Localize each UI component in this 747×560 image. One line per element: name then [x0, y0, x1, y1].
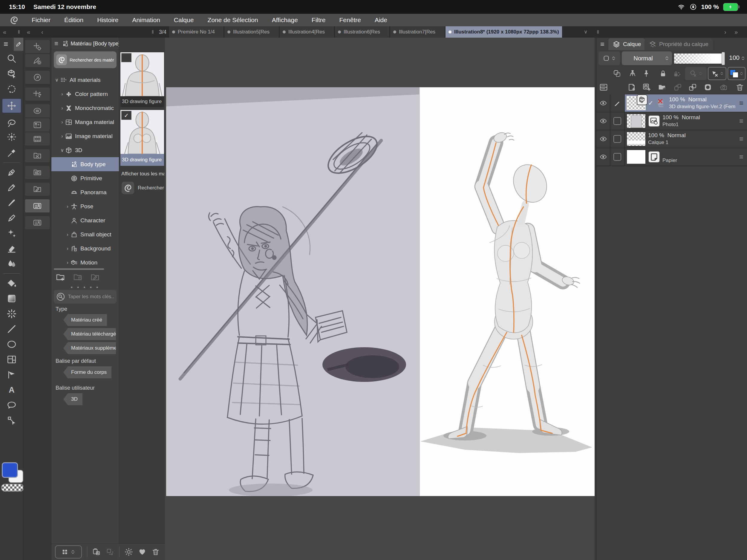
search-more-materials[interactable]: Rechercher — [122, 182, 164, 194]
layer-thumbnail[interactable] — [626, 96, 646, 110]
next-tab-icon[interactable]: › — [724, 26, 726, 37]
subtool-button[interactable] — [25, 149, 50, 162]
material-tree-item[interactable]: › Small object — [51, 227, 119, 241]
tabs-drag-handle-icon[interactable]: ⫴ — [152, 26, 154, 37]
filter-tag[interactable]: 3D — [63, 393, 82, 405]
opacity-slider-handle[interactable] — [722, 52, 725, 65]
new-3d-layer-icon[interactable] — [642, 83, 651, 92]
expand-arrow-icon[interactable]: ∨ — [59, 147, 65, 153]
tool-button[interactable] — [2, 68, 21, 80]
layer-list-view-icon[interactable] — [599, 83, 608, 92]
material-thumbnail[interactable] — [121, 52, 164, 96]
prev-tab-icon[interactable]: ‹ — [41, 26, 43, 37]
layer-drag-handle-icon[interactable]: ≡ — [739, 117, 743, 125]
tool-button[interactable] — [2, 292, 21, 305]
menu-item[interactable]: Animation — [132, 17, 160, 24]
tool-button[interactable] — [2, 117, 21, 128]
opacity-slider[interactable] — [674, 53, 725, 64]
lock-layer-icon[interactable] — [659, 69, 667, 78]
layer-checkbox[interactable] — [613, 135, 621, 143]
tool-button[interactable] — [2, 197, 21, 209]
material-tree-item[interactable]: › Monochromatic — [51, 101, 119, 115]
menu-item[interactable]: Fichier — [32, 17, 51, 24]
layer-edit-cell[interactable] — [611, 95, 625, 112]
layer-row[interactable]: ✓ ✕ 100 % Normal 3D drawing figure-Ver.2… — [597, 95, 747, 112]
tool-button[interactable] — [3, 162, 20, 163]
right-drag-handle-icon[interactable]: ⫴ — [597, 26, 599, 37]
material-tree-item[interactable]: › Pose — [51, 199, 119, 213]
delete-material-icon[interactable] — [152, 548, 160, 556]
material-thumbnail[interactable]: ✓ — [121, 110, 164, 154]
menu-item[interactable]: Calque — [174, 17, 194, 24]
tool-button[interactable] — [2, 414, 21, 427]
material-checkbox-checked[interactable]: ✓ — [121, 111, 131, 120]
expand-arrow-icon[interactable]: › — [65, 232, 71, 237]
expand-arrow-icon[interactable]: › — [65, 260, 71, 265]
tool-button[interactable] — [2, 227, 21, 239]
new-folder-icon[interactable] — [56, 273, 65, 282]
layer-main-cell[interactable]: ✓ ✕ 100 % Normal Photo1 ≡ — [625, 112, 747, 130]
clipping-mask-icon[interactable] — [613, 69, 621, 78]
canvas-area[interactable] — [165, 37, 596, 560]
merge-down-icon[interactable] — [688, 83, 697, 92]
subtool-button[interactable] — [25, 87, 50, 101]
expand-arrow-icon[interactable]: ∨ — [54, 77, 60, 83]
tool-button[interactable] — [2, 399, 21, 411]
layer-visibility-cell[interactable] — [597, 112, 611, 130]
tool-button[interactable] — [2, 338, 21, 350]
layer-color-button[interactable] — [727, 67, 746, 80]
layer-thumbnail[interactable] — [626, 150, 646, 164]
layer-menu-icon[interactable]: ≡ — [600, 40, 604, 48]
menu-item[interactable]: Filtre — [312, 17, 326, 24]
subtool-button[interactable] — [25, 104, 50, 118]
layer-thumbnail[interactable] — [626, 132, 646, 146]
tab-layer-property[interactable]: Propriété du calque — [645, 38, 713, 50]
tree-scrollbar[interactable] — [54, 268, 104, 270]
expand-arrow-icon[interactable]: › — [65, 246, 71, 251]
material-menu-icon[interactable]: ≡ — [54, 40, 58, 48]
tool-button[interactable] — [2, 308, 21, 320]
document-tab[interactable]: Illustration5[Res — [224, 26, 279, 37]
menu-item[interactable]: Affichage — [272, 17, 298, 24]
layer-effect-button[interactable] — [598, 51, 620, 65]
tool-button[interactable] — [2, 277, 21, 289]
layer-checkbox[interactable] — [613, 117, 621, 125]
material-tree-item[interactable]: ∨ 3D — [51, 143, 119, 157]
opacity-stepper-icon[interactable] — [741, 54, 745, 62]
expand-arrow-icon[interactable]: › — [59, 105, 65, 111]
tool-button[interactable] — [2, 132, 21, 144]
document-tab[interactable]: Illustration8* (1920 x 1080px 72ppp 138.… — [445, 26, 562, 37]
tab-dropdown-icon[interactable]: ∨ — [584, 26, 588, 37]
subtool-button[interactable] — [25, 183, 50, 196]
layer-checkbox[interactable] — [613, 153, 621, 161]
scroll-tabs-left-icon[interactable]: « — [27, 26, 30, 37]
tool-button[interactable] — [2, 323, 21, 335]
blend-mode-dropdown[interactable]: Normal — [622, 51, 672, 65]
tool-button[interactable] — [2, 369, 21, 381]
subtool-button[interactable] — [25, 118, 50, 131]
filter-tag[interactable]: Forme du corps — [63, 366, 111, 378]
subtool-button[interactable] — [25, 71, 50, 84]
document-tab[interactable]: Illustration6[Res — [335, 26, 389, 37]
layer-mask-icon[interactable] — [703, 83, 712, 92]
filter-tag[interactable]: Matériau téléchargé — [63, 328, 116, 340]
material-tree-item[interactable]: Body type — [51, 157, 119, 171]
canvas-document[interactable] — [166, 87, 595, 496]
filter-tag[interactable]: Matériaux supplémen — [63, 342, 116, 354]
document-tab[interactable]: Première No 1/4 — [169, 26, 224, 37]
material-tree-item[interactable]: › Manga material — [51, 115, 119, 129]
menu-item[interactable]: Zone de Sélection — [207, 17, 258, 24]
layer-edit-cell[interactable] — [611, 112, 625, 130]
material-tree-item[interactable]: › Background — [51, 241, 119, 255]
menu-item[interactable]: Édition — [64, 17, 83, 24]
toolbar-menu-icon[interactable]: ≡ — [4, 40, 8, 49]
subtool-button[interactable] — [25, 216, 50, 229]
layer-visibility-cell[interactable] — [597, 148, 611, 166]
favorite-icon[interactable] — [138, 548, 147, 556]
material-search-button[interactable]: Rechercher des matériaux — [54, 51, 117, 68]
filter-tag[interactable]: Matériau créé — [63, 314, 107, 326]
drag-handle-icon[interactable]: ⫴ — [18, 26, 20, 37]
subtool-button[interactable] — [25, 40, 50, 53]
transparent-color-swatch[interactable] — [1, 484, 24, 491]
tool-button[interactable] — [2, 83, 21, 95]
